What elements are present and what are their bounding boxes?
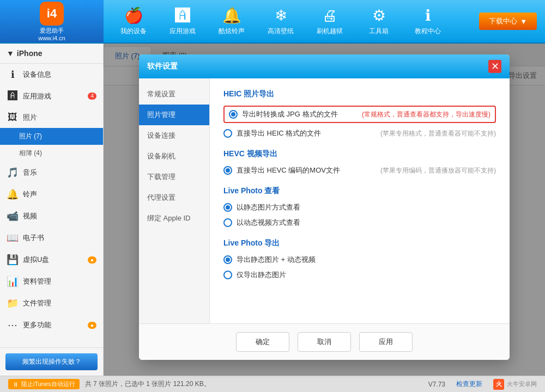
nav-tutorials[interactable]: ℹ 教程中心 [403, 2, 452, 40]
sidebar-item-ebooks[interactable]: 📖 电子书 [0, 227, 103, 249]
hevc-radio-1[interactable] [223, 166, 232, 175]
sidebar-item-videos[interactable]: 📹 视频 [0, 205, 103, 227]
expand-icon: ▼ [7, 49, 14, 58]
statusbar: ⏸ 阻止iTunes自动运行 共 7 张照片，已选中 1 张照片 121.20 … [0, 376, 545, 392]
sidebar-item-file-mgmt[interactable]: 📁 文件管理 [0, 292, 103, 314]
app-name: 爱思助手 [40, 27, 64, 35]
topbar-right: 下载中心 ▼ [479, 0, 545, 42]
more-icon: ⋯ [7, 319, 19, 331]
live-export-option-2[interactable]: 仅导出静态图片 [223, 270, 496, 280]
nav-tutorials-icon: ℹ [425, 7, 431, 24]
ringtone-icon: 🔔 [7, 188, 19, 200]
cancel-btn[interactable]: 取消 [298, 332, 351, 352]
sidebar-item-virtual-disk[interactable]: 💾 虚拟U盘 ● [0, 249, 103, 271]
stop-icon: ⏸ [13, 381, 19, 388]
settings-dialog: 软件设置 ✕ 常规设置 照片管理 设备连接 [139, 54, 510, 360]
statusbar-left: ⏸ 阻止iTunes自动运行 共 7 张照片，已选中 1 张照片 121.20 … [8, 379, 210, 389]
dialog-overlay: 软件设置 ✕ 常规设置 照片管理 设备连接 [104, 44, 545, 376]
sidebar-item-apps[interactable]: 🅰 应用游戏 4 [0, 85, 103, 107]
stop-itunes-btn[interactable]: ⏸ 阻止iTunes自动运行 [8, 379, 80, 389]
heic-radio-group: 导出时转换成 JPG 格式的文件 (常规格式，普通查看器都支持，导出速度慢) 直… [223, 106, 496, 138]
nav-wallpapers[interactable]: ❄ 高清壁纸 [256, 2, 305, 40]
dialog-sidebar-device-conn[interactable]: 设备连接 [139, 125, 209, 146]
live-export-radio-2[interactable] [223, 271, 232, 279]
sidebar: ▼ iPhone ℹ 设备信息 🅰 应用游戏 4 🖼 照片 照片 (7) 相簿 … [0, 44, 104, 376]
apps-badge: 4 [88, 93, 96, 100]
sidebar-item-album-sub[interactable]: 相簿 (4) [0, 145, 103, 162]
sidebar-item-more[interactable]: ⋯ 更多功能 ● [0, 314, 103, 336]
dialog-sidebar-apple-id[interactable]: 绑定 Apple ID [139, 208, 209, 229]
dialog-sidebar-proxy[interactable]: 代理设置 [139, 187, 209, 208]
live-view-radio-1[interactable] [223, 203, 232, 212]
live-view-radio-group: 以静态图片方式查看 以动态视频方式查看 [223, 203, 496, 228]
heic-option-1[interactable]: 导出时转换成 JPG 格式的文件 (常规格式，普通查看器都支持，导出速度慢) [223, 106, 496, 123]
dialog-sidebar-device-flash[interactable]: 设备刷机 [139, 146, 209, 167]
logo-area: i4 爱思助手 www.i4.cn [0, 0, 104, 42]
app-url: www.i4.cn [38, 35, 65, 41]
hevc-radio-group: 直接导出 HEVC 编码的MOV文件 (苹果专用编码，普通播放器可能不支持) [223, 166, 496, 175]
music-icon: 🎵 [7, 167, 19, 179]
live-export-radio-group: 导出静态图片 + 动态视频 仅导出静态图片 [223, 255, 496, 280]
nav-toolbox[interactable]: ⚙ 工具箱 [354, 2, 403, 40]
data-icon: 📊 [7, 275, 19, 287]
nav-device-icon: 🍎 [124, 7, 143, 24]
check-update[interactable]: 检查更新 [456, 379, 482, 389]
dialog-sidebar: 常规设置 照片管理 设备连接 设备刷机 下载管理 [139, 78, 210, 323]
heic-radio-1[interactable] [229, 110, 238, 119]
photo-info: 共 7 张照片，已选中 1 张照片 121.20 KB。 [85, 379, 210, 389]
dialog-sidebar-download[interactable]: 下载管理 [139, 167, 209, 187]
sidebar-item-photos[interactable]: 🖼 照片 [0, 107, 103, 128]
nav-toolbox-icon: ⚙ [372, 7, 386, 24]
more-badge: ● [88, 322, 96, 329]
device-info-icon: ℹ [7, 69, 19, 81]
confirm-btn[interactable]: 确定 [236, 332, 289, 352]
nav-my-device[interactable]: 🍎 我的设备 [109, 2, 158, 40]
live-export-section-title: Live Photo 导出 [223, 238, 496, 248]
dialog-sidebar-general[interactable]: 常规设置 [139, 84, 209, 105]
nav-apps[interactable]: 🅰 应用游戏 [158, 2, 207, 40]
live-view-option-1[interactable]: 以静态图片方式查看 [223, 203, 496, 212]
hevc-section-title: HEVC 视频导出 [223, 149, 496, 159]
sidebar-item-data-mgmt[interactable]: 📊 资料管理 [0, 271, 103, 292]
dialog-close-btn[interactable]: ✕ [488, 60, 501, 73]
nav-apps-icon: 🅰 [175, 7, 190, 24]
nav-jailbreak-icon: 🖨 [322, 7, 337, 24]
dialog-footer: 确定 取消 应用 [139, 323, 510, 360]
nav-ringtones[interactable]: 🔔 酷炫铃声 [207, 2, 256, 40]
device-name: iPhone [17, 49, 43, 58]
sidebar-item-photos-sub[interactable]: 照片 (7) [0, 128, 103, 145]
heic-radio-2[interactable] [223, 129, 232, 138]
video-icon: 📹 [7, 210, 19, 222]
nav-ringtones-icon: 🔔 [222, 7, 241, 24]
brand-watermark: 火 火牛安卓网 [493, 379, 537, 390]
disk-icon: 💾 [7, 254, 19, 266]
apply-btn[interactable]: 应用 [359, 332, 413, 352]
sidebar-item-device-info[interactable]: ℹ 设备信息 [0, 64, 103, 85]
dialog-title-bar: 软件设置 ✕ [139, 54, 510, 78]
logo-icon: i4 [40, 2, 64, 26]
dialog-title: 软件设置 [147, 62, 178, 71]
main-container: ▼ iPhone ℹ 设备信息 🅰 应用游戏 4 🖼 照片 照片 (7) 相簿 … [0, 44, 545, 376]
content-area: 照片 (7) 图库 (0) ⚙ 导出设置 软件设置 ✕ [104, 44, 545, 376]
hevc-option-1[interactable]: 直接导出 HEVC 编码的MOV文件 (苹果专用编码，普通播放器可能不支持) [223, 166, 496, 175]
sidebar-item-ringtones[interactable]: 🔔 铃声 [0, 183, 103, 205]
download-btn[interactable]: 下载中心 ▼ [479, 13, 537, 30]
device-header: ▼ iPhone [0, 44, 103, 64]
disk-badge: ● [88, 256, 96, 264]
dialog-body: 常规设置 照片管理 设备连接 设备刷机 下载管理 [139, 78, 510, 323]
nav-jailbreak[interactable]: 🖨 刷机越狱 [305, 2, 354, 40]
freq-btn[interactable]: 频繁出现操作失败？ [5, 353, 98, 370]
live-view-section-title: Live Photo 查看 [223, 186, 496, 196]
live-view-option-2[interactable]: 以动态视频方式查看 [223, 218, 496, 228]
dialog-sidebar-photo-mgmt[interactable]: 照片管理 [139, 105, 209, 125]
live-export-option-1[interactable]: 导出静态图片 + 动态视频 [223, 255, 496, 265]
photos-icon: 🖼 [7, 112, 19, 123]
live-export-radio-1[interactable] [223, 255, 232, 264]
ebook-icon: 📖 [7, 232, 19, 244]
sidebar-item-music[interactable]: 🎵 音乐 [0, 162, 103, 183]
download-icon: ▼ [520, 17, 527, 26]
heic-option-2[interactable]: 直接导出 HEIC 格式的文件 (苹果专用格式，普通查看器可能不支持) [223, 128, 496, 138]
apps-icon: 🅰 [7, 90, 19, 102]
brand-icon: 火 [493, 379, 504, 390]
live-view-radio-2[interactable] [223, 218, 232, 227]
